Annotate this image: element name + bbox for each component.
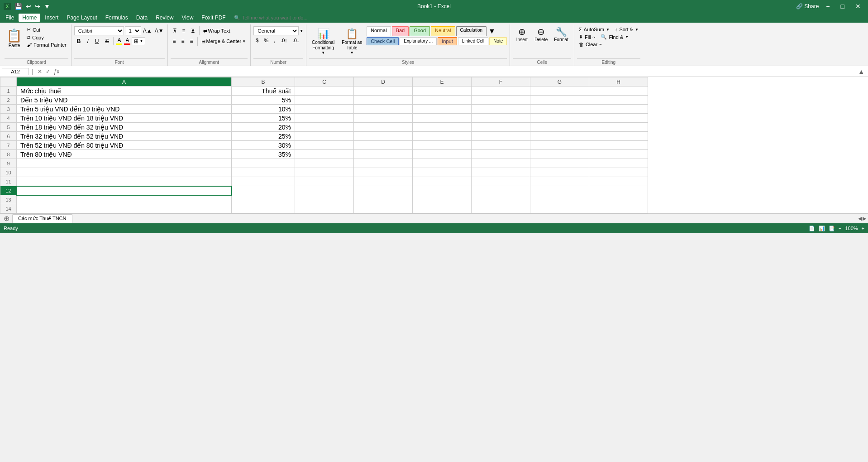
- menu-foxit-pdf[interactable]: Foxit PDF: [198, 14, 229, 22]
- quick-access-dropdown[interactable]: ▼: [43, 2, 51, 11]
- conditional-formatting-dropdown[interactable]: ▼: [321, 51, 325, 55]
- cell-C7[interactable]: [295, 141, 354, 150]
- cut-button[interactable]: ✂ Cut: [25, 26, 68, 33]
- add-sheet-button[interactable]: ⊕: [2, 214, 11, 223]
- cell-H12[interactable]: [589, 186, 648, 195]
- cell-D7[interactable]: [354, 141, 413, 150]
- page-layout-view-button[interactable]: 📊: [819, 226, 825, 231]
- cell-A5[interactable]: Trên 18 triệu VNĐ đến 32 triệu VNĐ: [17, 123, 232, 132]
- cell-H11[interactable]: [589, 177, 648, 186]
- styles-more-button[interactable]: ▼: [487, 26, 496, 36]
- cell-B5[interactable]: 20%: [232, 123, 295, 132]
- cell-B12[interactable]: [232, 186, 295, 195]
- cell-F1[interactable]: [472, 87, 530, 96]
- cell-A14[interactable]: [17, 204, 232, 213]
- col-header-G[interactable]: G: [530, 77, 589, 87]
- cell-H5[interactable]: [589, 123, 648, 132]
- find-select-button[interactable]: 🔍 Find & ▼: [599, 34, 630, 40]
- cell-A10[interactable]: [17, 168, 232, 177]
- align-center-button[interactable]: ≡: [179, 37, 187, 46]
- cell-G12[interactable]: [530, 186, 589, 195]
- cell-B2[interactable]: 5%: [232, 96, 295, 105]
- cell-G3[interactable]: [530, 105, 589, 114]
- cell-C6[interactable]: [295, 132, 354, 141]
- row-header-14[interactable]: 14: [0, 204, 17, 213]
- cell-C3[interactable]: [295, 105, 354, 114]
- conditional-formatting-button[interactable]: 📊 ConditionalFormatting ▼: [309, 26, 337, 57]
- cell-B9[interactable]: [232, 159, 295, 168]
- cell-F14[interactable]: [472, 204, 530, 213]
- cell-B6[interactable]: 25%: [232, 132, 295, 141]
- style-calculation[interactable]: Calculation: [456, 26, 486, 36]
- cell-reference-box[interactable]: A12: [2, 68, 29, 75]
- cell-A12[interactable]: [17, 186, 232, 195]
- cell-B1[interactable]: Thuế suất: [232, 87, 295, 96]
- cell-G14[interactable]: [530, 204, 589, 213]
- paste-button[interactable]: 📋 Paste: [5, 26, 24, 50]
- col-header-F[interactable]: F: [472, 77, 530, 87]
- sheet-scroll-left[interactable]: ◀: [858, 216, 862, 221]
- decrease-font-size-button[interactable]: A▼: [154, 27, 165, 35]
- sheet-scroll-right[interactable]: ▶: [863, 216, 866, 221]
- autosum-button[interactable]: Σ AutoSum ▼: [577, 26, 611, 33]
- cell-D9[interactable]: [354, 159, 413, 168]
- strikethrough-button[interactable]: S: [102, 37, 111, 45]
- align-left-button[interactable]: ≡: [171, 37, 178, 46]
- clear-button[interactable]: 🗑 Clear ~: [577, 41, 604, 48]
- cell-D10[interactable]: [354, 168, 413, 177]
- cell-F3[interactable]: [472, 105, 530, 114]
- cell-C11[interactable]: [295, 177, 354, 186]
- cell-H4[interactable]: [589, 114, 648, 123]
- menu-formulas[interactable]: Formulas: [102, 14, 132, 22]
- increase-font-size-button[interactable]: A▲: [142, 27, 153, 35]
- row-header-5[interactable]: 5: [0, 123, 17, 132]
- style-explanatory[interactable]: Explanatory ...: [400, 37, 437, 45]
- cell-D1[interactable]: [354, 87, 413, 96]
- cell-H8[interactable]: [589, 150, 648, 159]
- cell-G9[interactable]: [530, 159, 589, 168]
- col-header-H[interactable]: H: [589, 77, 648, 87]
- style-normal[interactable]: Normal: [367, 26, 391, 36]
- cell-E1[interactable]: [413, 87, 472, 96]
- cell-H9[interactable]: [589, 159, 648, 168]
- style-bad[interactable]: Bad: [392, 26, 409, 36]
- cell-E3[interactable]: [413, 105, 472, 114]
- font-color-button[interactable]: A: [124, 37, 131, 45]
- cell-E9[interactable]: [413, 159, 472, 168]
- cell-F8[interactable]: [472, 150, 530, 159]
- style-note[interactable]: Note: [489, 37, 507, 45]
- cell-H13[interactable]: [589, 195, 648, 204]
- cell-A9[interactable]: [17, 159, 232, 168]
- cell-C12[interactable]: [295, 186, 354, 195]
- normal-view-button[interactable]: 📄: [809, 226, 815, 231]
- row-header-3[interactable]: 3: [0, 105, 17, 114]
- underline-button[interactable]: U: [92, 37, 102, 45]
- cell-C2[interactable]: [295, 96, 354, 105]
- save-button[interactable]: 💾: [14, 2, 23, 11]
- undo-button[interactable]: ↩: [25, 2, 32, 11]
- cell-E8[interactable]: [413, 150, 472, 159]
- merge-center-button[interactable]: ⊟ Merge & Center ▼: [200, 38, 248, 45]
- find-select-dropdown[interactable]: ▼: [625, 35, 629, 39]
- highlight-color-button[interactable]: A: [115, 37, 123, 45]
- cell-C14[interactable]: [295, 204, 354, 213]
- cell-F5[interactable]: [472, 123, 530, 132]
- cell-G13[interactable]: [530, 195, 589, 204]
- formula-input[interactable]: [62, 68, 854, 75]
- menu-insert[interactable]: Insert: [41, 14, 62, 22]
- format-as-table-dropdown[interactable]: ▼: [350, 51, 354, 55]
- col-header-C[interactable]: C: [295, 77, 354, 87]
- style-good[interactable]: Good: [410, 26, 430, 36]
- row-header-7[interactable]: 7: [0, 141, 17, 150]
- cell-C8[interactable]: [295, 150, 354, 159]
- wrap-text-button[interactable]: ⇌ Wrap Text: [201, 28, 232, 34]
- cell-D4[interactable]: [354, 114, 413, 123]
- align-top-button[interactable]: ⊼: [171, 26, 179, 35]
- cell-G7[interactable]: [530, 141, 589, 150]
- insert-function-button[interactable]: ƒx: [52, 68, 61, 75]
- font-name-selector[interactable]: Calibri: [74, 26, 124, 35]
- increase-decimal-button[interactable]: .0↑: [278, 37, 290, 44]
- share-button[interactable]: 🔗 Share: [796, 3, 819, 10]
- cell-C1[interactable]: [295, 87, 354, 96]
- align-bottom-button[interactable]: ⊻: [189, 26, 197, 35]
